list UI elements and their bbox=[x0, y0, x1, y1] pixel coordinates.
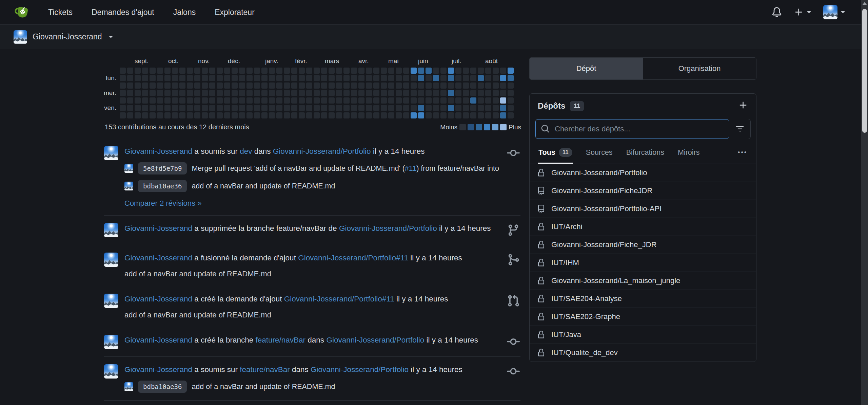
heatmap-cell[interactable] bbox=[403, 97, 409, 104]
heatmap-cell[interactable] bbox=[418, 90, 424, 96]
heatmap-cell[interactable] bbox=[396, 75, 402, 81]
actor-avatar[interactable] bbox=[104, 294, 118, 308]
heatmap-cell[interactable] bbox=[388, 82, 394, 89]
heatmap-cell[interactable] bbox=[224, 97, 230, 104]
heatmap-cell[interactable] bbox=[343, 105, 350, 111]
heatmap-cell[interactable] bbox=[187, 112, 193, 118]
heatmap-cell[interactable] bbox=[217, 97, 223, 104]
heatmap-cell[interactable] bbox=[232, 105, 238, 111]
heatmap-cell[interactable] bbox=[381, 112, 387, 118]
heatmap-cell[interactable] bbox=[224, 68, 230, 74]
heatmap-cell[interactable] bbox=[172, 112, 178, 118]
heatmap-cell[interactable] bbox=[351, 105, 357, 111]
heatmap-cell[interactable] bbox=[426, 75, 432, 81]
heatmap-cell[interactable] bbox=[373, 105, 379, 111]
repo-list-item[interactable]: IUT/Java bbox=[530, 326, 756, 344]
heatmap-cell[interactable] bbox=[329, 68, 335, 74]
heatmap-cell[interactable] bbox=[284, 68, 290, 74]
heatmap-cell[interactable] bbox=[187, 97, 193, 104]
heatmap-cell[interactable] bbox=[209, 97, 215, 104]
heatmap-cell[interactable] bbox=[217, 82, 223, 89]
heatmap-cell[interactable] bbox=[127, 90, 133, 96]
heatmap-cell[interactable] bbox=[440, 68, 447, 74]
heatmap-cell[interactable] bbox=[381, 82, 387, 89]
heatmap-cell[interactable] bbox=[284, 75, 290, 81]
heatmap-cell[interactable] bbox=[440, 105, 447, 111]
heatmap-cell[interactable] bbox=[127, 97, 133, 104]
heatmap-cell[interactable] bbox=[150, 75, 156, 81]
heatmap-cell[interactable] bbox=[343, 75, 350, 81]
heatmap-cell[interactable] bbox=[388, 75, 394, 81]
heatmap-cell[interactable] bbox=[269, 90, 275, 96]
heatmap-cell[interactable] bbox=[299, 68, 305, 74]
heatmap-cell[interactable] bbox=[411, 90, 417, 96]
heatmap-cell[interactable] bbox=[284, 97, 290, 104]
heatmap-cell[interactable] bbox=[164, 90, 171, 96]
heatmap-cell[interactable] bbox=[358, 105, 364, 111]
heatmap-cell[interactable] bbox=[299, 97, 305, 104]
heatmap-cell[interactable] bbox=[343, 112, 350, 118]
heatmap-cell[interactable] bbox=[366, 105, 372, 111]
heatmap-cell[interactable] bbox=[455, 90, 461, 96]
heatmap-cell[interactable] bbox=[157, 82, 163, 89]
actor-avatar[interactable] bbox=[104, 223, 118, 237]
heatmap-cell[interactable] bbox=[142, 75, 148, 81]
tab-organisation[interactable]: Organisation bbox=[643, 58, 756, 79]
scrollbar-thumb[interactable] bbox=[862, 9, 867, 133]
heatmap-cell[interactable] bbox=[373, 82, 379, 89]
heatmap-cell[interactable] bbox=[433, 105, 439, 111]
heatmap-cell[interactable] bbox=[500, 97, 506, 104]
heatmap-cell[interactable] bbox=[485, 75, 491, 81]
heatmap-cell[interactable] bbox=[381, 105, 387, 111]
filter-tab-bifurcations[interactable]: Bifurcations bbox=[626, 148, 664, 157]
commit-hash-link[interactable]: bdba10ae36 bbox=[138, 381, 187, 393]
heatmap-cell[interactable] bbox=[269, 75, 275, 81]
heatmap-cell[interactable] bbox=[448, 90, 454, 96]
heatmap-cell[interactable] bbox=[164, 97, 171, 104]
nav-item-explorateur[interactable]: Explorateur bbox=[215, 8, 255, 17]
heatmap-cell[interactable] bbox=[291, 90, 297, 96]
heatmap-cell[interactable] bbox=[209, 90, 215, 96]
heatmap-cell[interactable] bbox=[314, 68, 320, 74]
heatmap-cell[interactable] bbox=[239, 105, 245, 111]
heatmap-cell[interactable] bbox=[164, 68, 171, 74]
heatmap-cell[interactable] bbox=[261, 82, 268, 89]
heatmap-cell[interactable] bbox=[179, 112, 185, 118]
repo-list-item[interactable]: Giovanni-Josserand/Portfolio-API bbox=[530, 200, 756, 218]
heatmap-cell[interactable] bbox=[485, 112, 491, 118]
heatmap-cell[interactable] bbox=[448, 68, 454, 74]
heatmap-cell[interactable] bbox=[276, 105, 282, 111]
repo-list-item[interactable]: IUT/SAE202-Graphe bbox=[530, 308, 756, 326]
heatmap-cell[interactable] bbox=[508, 75, 514, 81]
heatmap-cell[interactable] bbox=[224, 105, 230, 111]
heatmap-cell[interactable] bbox=[194, 75, 200, 81]
heatmap-cell[interactable] bbox=[411, 112, 417, 118]
heatmap-cell[interactable] bbox=[381, 90, 387, 96]
heatmap-cell[interactable] bbox=[478, 90, 484, 96]
heatmap-cell[interactable] bbox=[493, 68, 499, 74]
heatmap-cell[interactable] bbox=[314, 112, 320, 118]
heatmap-cell[interactable] bbox=[388, 90, 394, 96]
heatmap-cell[interactable] bbox=[493, 82, 499, 89]
heatmap-cell[interactable] bbox=[135, 112, 141, 118]
feed-link[interactable]: Giovanni-Josserand bbox=[124, 147, 192, 155]
heatmap-cell[interactable] bbox=[246, 105, 253, 111]
heatmap-cell[interactable] bbox=[135, 82, 141, 89]
heatmap-cell[interactable] bbox=[172, 90, 178, 96]
new-repo-button[interactable] bbox=[738, 100, 748, 111]
heatmap-cell[interactable] bbox=[314, 75, 320, 81]
heatmap-cell[interactable] bbox=[388, 97, 394, 104]
heatmap-cell[interactable] bbox=[418, 112, 424, 118]
heatmap-cell[interactable] bbox=[396, 90, 402, 96]
heatmap-cell[interactable] bbox=[508, 112, 514, 118]
heatmap-cell[interactable] bbox=[179, 82, 185, 89]
heatmap-cell[interactable] bbox=[164, 112, 171, 118]
heatmap-cell[interactable] bbox=[254, 105, 260, 111]
heatmap-cell[interactable] bbox=[403, 68, 409, 74]
heatmap-cell[interactable] bbox=[396, 97, 402, 104]
heatmap-cell[interactable] bbox=[261, 68, 268, 74]
heatmap-cell[interactable] bbox=[232, 75, 238, 81]
heatmap-cell[interactable] bbox=[463, 105, 469, 111]
heatmap-cell[interactable] bbox=[202, 82, 208, 89]
filter-tab-miroirs[interactable]: Miroirs bbox=[678, 148, 700, 157]
